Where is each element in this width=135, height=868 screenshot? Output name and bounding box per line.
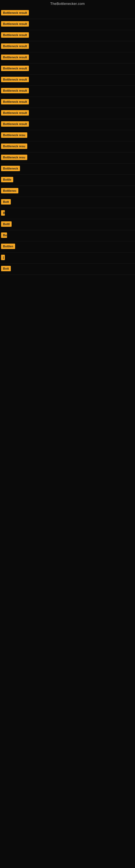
list-item: Bottleneck result — [0, 41, 135, 52]
bottleneck-result-badge[interactable]: Bottleneck result — [1, 55, 29, 60]
bottleneck-result-badge[interactable]: Bottleneck result — [1, 21, 29, 27]
bottleneck-result-badge[interactable]: | — [1, 255, 5, 260]
list-item: Bottleneck result — [0, 86, 135, 97]
list-item: Bottleneck result — [0, 74, 135, 86]
list-item: Bottl — [0, 219, 135, 230]
list-item: Bottleneck — [0, 163, 135, 175]
site-header: TheBottlenecker.com — [0, 0, 135, 8]
list-item: B — [0, 208, 135, 219]
bottleneck-result-badge[interactable]: B — [1, 210, 5, 216]
list-item: Bottleneck result — [0, 30, 135, 41]
list-item: Bottlen — [0, 241, 135, 252]
bottleneck-result-badge[interactable]: Bottleneck result — [1, 43, 29, 49]
bottleneck-result-badge[interactable]: Bottleneck resu — [1, 132, 27, 138]
bottleneck-result-badge[interactable]: Bottleneck result — [1, 88, 29, 93]
list-item: Bottle — [0, 175, 135, 186]
bottleneck-result-badge[interactable]: Bottleneck result — [1, 121, 29, 127]
list-item: Bottleneck result — [0, 8, 135, 19]
bottleneck-result-badge[interactable]: Bottleneck resu — [1, 144, 27, 149]
bottleneck-result-badge[interactable]: Bottleneck resu — [1, 155, 27, 160]
bottleneck-result-badge[interactable]: Bott — [1, 266, 11, 271]
bottleneck-result-badge[interactable]: Bottleneck result — [1, 10, 29, 16]
list-item: Bottleneck resu — [0, 141, 135, 152]
list-item: Bottleneck result — [0, 52, 135, 63]
list-item: Bo — [0, 230, 135, 241]
bottleneck-result-badge[interactable]: Bottleneck — [1, 166, 20, 171]
list-item: Bottleneck result — [0, 19, 135, 30]
bottleneck-result-badge[interactable]: Bottleneck result — [1, 66, 29, 71]
list-item: Bottleneck result — [0, 63, 135, 74]
list-item: Bottleneck resu — [0, 130, 135, 141]
bottleneck-result-badge[interactable]: Bottleneck result — [1, 99, 29, 104]
bottleneck-result-badge[interactable]: Bottleneck result — [1, 110, 29, 116]
rows-container: Bottleneck resultBottleneck resultBottle… — [0, 8, 135, 275]
list-item: Bott — [0, 264, 135, 275]
list-item: Bottleneck result — [0, 119, 135, 130]
bottleneck-result-badge[interactable]: Bott — [1, 199, 11, 205]
list-item: Bottlenec — [0, 186, 135, 197]
list-item: | — [0, 252, 135, 264]
bottleneck-result-badge[interactable]: Bottl — [1, 221, 12, 227]
list-item: Bottleneck result — [0, 108, 135, 119]
bottleneck-result-badge[interactable]: Bottlenec — [1, 188, 18, 193]
bottleneck-result-badge[interactable]: Bo — [1, 232, 7, 238]
bottleneck-result-badge[interactable]: Bottleneck result — [1, 32, 29, 38]
list-item: Bottleneck resu — [0, 152, 135, 163]
site-title: TheBottlenecker.com — [0, 0, 135, 8]
bottleneck-result-badge[interactable]: Bottle — [1, 177, 13, 182]
bottleneck-result-badge[interactable]: Bottleneck result — [1, 77, 29, 82]
list-item: Bott — [0, 197, 135, 208]
list-item: Bottleneck result — [0, 97, 135, 108]
bottleneck-result-badge[interactable]: Bottlen — [1, 244, 15, 249]
